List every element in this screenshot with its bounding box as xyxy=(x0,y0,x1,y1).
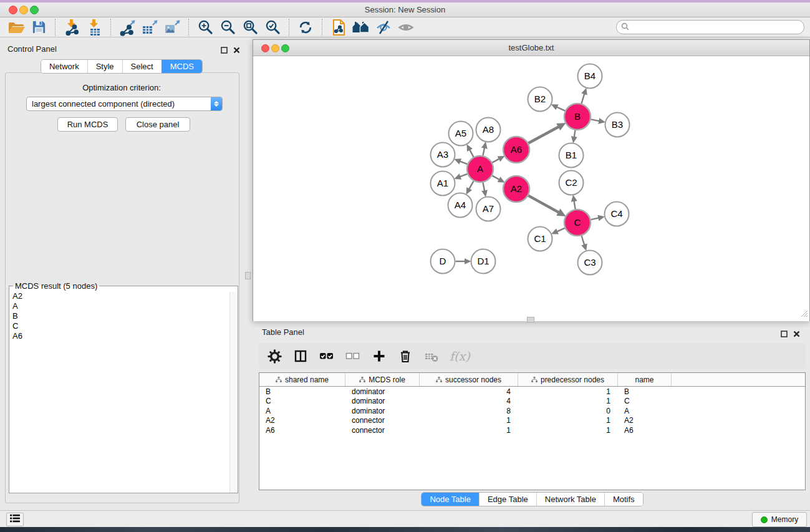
tab-network-table[interactable]: Network Table xyxy=(536,493,604,506)
edge-C-C2[interactable] xyxy=(574,201,576,209)
task-history-button[interactable] xyxy=(6,513,24,526)
table-cell[interactable]: 1 xyxy=(518,387,618,396)
tab-style[interactable]: Style xyxy=(87,60,122,73)
table-cell[interactable]: A xyxy=(259,407,345,415)
edge-A-A5[interactable] xyxy=(470,150,473,157)
table-row[interactable]: Bdominator41B xyxy=(259,387,805,397)
table-cell[interactable]: 0 xyxy=(518,407,618,415)
net-close-button[interactable] xyxy=(261,44,269,52)
edge-A-A3[interactable] xyxy=(460,162,468,165)
mcds-result-item[interactable]: A xyxy=(12,301,238,311)
table-cell[interactable]: B xyxy=(259,387,345,396)
tab-select[interactable]: Select xyxy=(122,60,162,73)
column-header-shared-name[interactable]: shared name xyxy=(259,373,345,386)
network-canvas[interactable]: B4B2BB3A5A8A6B1A3AC2A1A2A4A7C4CC1C3DD1 xyxy=(253,56,809,321)
table-cell[interactable]: dominator xyxy=(345,387,420,396)
show-columns-icon[interactable] xyxy=(292,348,309,364)
export-image-icon[interactable] xyxy=(162,18,182,37)
tab-node-table[interactable]: Node Table xyxy=(422,493,479,506)
edge-A2-C[interactable] xyxy=(528,196,559,213)
table-cell[interactable]: C xyxy=(618,397,672,405)
function-builder-icon[interactable]: f(x) xyxy=(450,349,470,363)
zoom-selected-icon[interactable] xyxy=(263,18,282,37)
edge-A-A7[interactable] xyxy=(483,183,485,191)
minimize-window-button[interactable] xyxy=(19,6,28,14)
mcds-result-item[interactable]: C xyxy=(12,321,238,331)
table-cell[interactable]: A6 xyxy=(259,426,345,435)
edge-C-C3[interactable] xyxy=(582,236,585,245)
delete-table-icon[interactable] xyxy=(423,348,440,364)
edge-A-A2[interactable] xyxy=(492,176,499,180)
run-mcds-button[interactable]: Run MCDS xyxy=(57,117,118,132)
export-table-icon[interactable] xyxy=(140,18,160,37)
zoom-out-icon[interactable] xyxy=(218,18,238,37)
resize-grip-icon[interactable] xyxy=(800,309,808,320)
memory-button[interactable]: Memory xyxy=(752,512,807,527)
maximize-window-button[interactable] xyxy=(30,6,39,14)
tab-edge-table[interactable]: Edge Table xyxy=(479,493,536,506)
horizontal-split-grabber[interactable] xyxy=(527,317,534,322)
table-cell[interactable]: B xyxy=(618,387,672,396)
edge-C-C4[interactable] xyxy=(591,218,599,220)
tab-mcds[interactable]: MCDS xyxy=(162,60,202,73)
mcds-result-item[interactable]: A6 xyxy=(12,331,238,341)
table-row[interactable]: A6connector11A6 xyxy=(259,425,805,435)
table-cell[interactable]: connector xyxy=(345,416,420,425)
table-cell[interactable]: 1 xyxy=(518,416,618,425)
close-panel-icon[interactable] xyxy=(233,45,240,56)
tab-network[interactable]: Network xyxy=(41,60,87,73)
float-panel-icon[interactable] xyxy=(221,45,228,56)
search-box[interactable] xyxy=(616,20,804,34)
edge-A-A8[interactable] xyxy=(483,148,485,156)
edge-A-A4[interactable] xyxy=(469,181,473,189)
open-session-icon[interactable] xyxy=(6,18,26,37)
close-table-panel-icon[interactable] xyxy=(793,329,800,340)
toggle-graphics-details-icon[interactable] xyxy=(374,18,393,37)
settings-gear-icon[interactable] xyxy=(266,348,282,364)
edge-B-B2[interactable] xyxy=(557,107,565,111)
column-header-MCDS-role[interactable]: MCDS role xyxy=(345,373,420,386)
table-cell[interactable]: dominator xyxy=(345,407,420,415)
table-row[interactable]: Adominator80A xyxy=(259,406,805,416)
zoom-fit-icon[interactable] xyxy=(240,18,260,37)
tab-motifs[interactable]: Motifs xyxy=(604,493,643,506)
table-cell[interactable]: A xyxy=(618,407,672,415)
mcds-result-item[interactable]: A2 xyxy=(12,291,238,301)
deselect-all-icon[interactable] xyxy=(345,348,361,364)
float-table-panel-icon[interactable] xyxy=(781,329,788,340)
table-cell[interactable]: 1 xyxy=(420,426,518,435)
edge-A6-B[interactable] xyxy=(528,127,559,143)
vertical-split-grabber[interactable] xyxy=(245,272,251,279)
edge-B-B3[interactable] xyxy=(591,119,600,121)
edge-B-B1[interactable] xyxy=(574,130,576,137)
optimization-criterion-select[interactable]: largest connected component (directed) xyxy=(26,97,223,111)
import-network-icon[interactable] xyxy=(62,18,82,37)
mcds-result-list[interactable]: A2ABCA6 xyxy=(12,291,238,341)
add-row-icon[interactable] xyxy=(371,348,387,364)
close-window-button[interactable] xyxy=(9,6,17,14)
result-scrollbar[interactable] xyxy=(229,292,238,493)
node-table[interactable]: shared nameMCDS rolesuccessor nodesprede… xyxy=(259,372,806,490)
net-maximize-button[interactable] xyxy=(281,44,289,52)
table-cell[interactable]: A2 xyxy=(618,416,672,425)
zoom-in-icon[interactable] xyxy=(195,18,215,37)
table-cell[interactable]: A6 xyxy=(618,426,672,435)
table-cell[interactable]: C xyxy=(259,397,345,405)
import-table-icon[interactable] xyxy=(84,18,104,37)
table-cell[interactable]: connector xyxy=(345,426,420,435)
network-overview-icon[interactable] xyxy=(351,18,371,37)
net-minimize-button[interactable] xyxy=(271,44,279,52)
network-view-window[interactable]: testGlobe.txt B4B2BB3A5A8A6B1A3AC2A1A2A4… xyxy=(253,39,810,321)
edge-C-C1[interactable] xyxy=(557,228,565,232)
table-cell[interactable]: dominator xyxy=(345,397,420,405)
close-panel-button[interactable]: Close panel xyxy=(125,117,190,132)
select-all-icon[interactable] xyxy=(319,348,335,364)
network-window-titlebar[interactable]: testGlobe.txt xyxy=(253,40,809,56)
table-cell[interactable]: 1 xyxy=(518,426,618,435)
table-cell[interactable]: 1 xyxy=(518,397,618,405)
table-row[interactable]: Cdominator41C xyxy=(259,397,805,407)
app-titlebar[interactable]: Session: New Session xyxy=(0,2,810,17)
duplicate-network-icon[interactable] xyxy=(329,18,349,37)
column-header-predecessor-nodes[interactable]: predecessor nodes xyxy=(518,373,618,386)
table-cell[interactable]: 8 xyxy=(420,407,518,415)
